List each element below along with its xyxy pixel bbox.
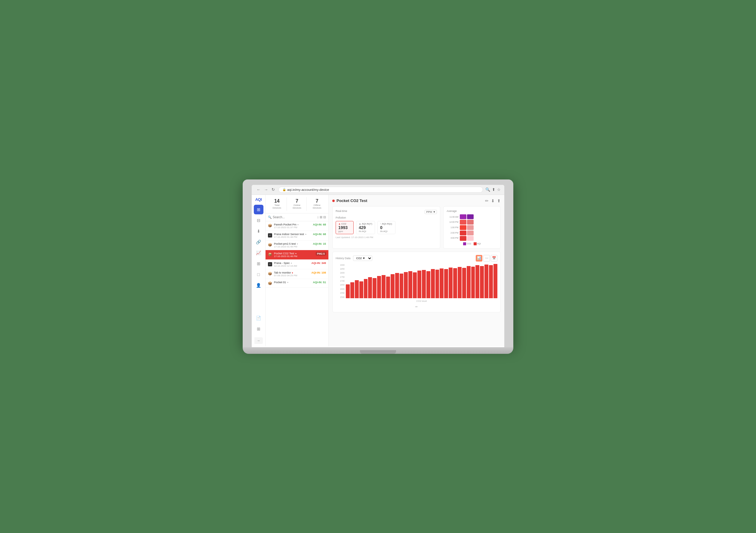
device-aqi-2: AQI-IN: 68 <box>313 233 326 236</box>
edit-icon[interactable]: ✏ <box>485 199 489 203</box>
device-status-dot <box>332 200 335 202</box>
bar-chart-btn[interactable]: 📊 <box>476 255 482 261</box>
legend-co2: CO2 <box>463 242 471 245</box>
aqi-y-label: ▲ AQI-IN(Y) <box>359 223 372 225</box>
device-name-6: Tab tv monitor ● <box>274 271 310 274</box>
sidebar-item-chart[interactable]: 📈 <box>254 248 263 258</box>
bar-20 <box>435 270 439 298</box>
device-item-1[interactable]: 📦 Paresh Pocket Pm ✦ 17-10-2023 01:37 PM… <box>265 221 328 231</box>
chart-edit-icon[interactable]: ✏ <box>336 304 498 309</box>
bar-chart-container: 1900 1850 1800 1750 1700 1650 1600 1550 … <box>336 264 498 303</box>
aqi-y-metric: ▲ AQI-IN(Y) 429 IN-AQI <box>356 221 375 234</box>
legend-aqi-color <box>473 242 477 245</box>
heatmap-cell-8 <box>467 230 473 235</box>
co2-dropdown[interactable]: CO2 ▼ <box>353 255 372 261</box>
bar-16 <box>418 271 421 298</box>
realtime-card: Real-time PPM ▼ Pollution ▲ CO2 <box>332 206 440 249</box>
view-icon[interactable]: ⊟ <box>323 215 326 219</box>
device-icon-1: 📦 <box>268 224 272 228</box>
bar-17 <box>422 270 426 298</box>
device-item-6[interactable]: 📦 Tab tv monitor ● 07-08-2023 04:25 PM A… <box>265 269 328 279</box>
average-card: Average 11:00 AM 12:00 PM 1:00 PM 2:00 P… <box>443 206 501 249</box>
time-label-3: 1:00 PM <box>446 227 459 228</box>
search-icon[interactable]: 🔍 <box>485 187 490 192</box>
device-aqi-5: AQI-IN: 349 <box>311 261 326 265</box>
device-item-5[interactable]: ▪ Prana - Spec ✦ 12-10-2023 12:18 AM AQI… <box>265 260 328 269</box>
sidebar-item-person[interactable]: 👤 <box>254 280 263 290</box>
heatmap-cell-2 <box>467 214 473 219</box>
app-layout: AQI ⊞ ⊟ ⬇ 🔗 📈 ⊞ □ 👤 📄 ⊞ → <box>252 195 504 346</box>
device-date-6: 07-08-2023 04:25 PM <box>274 274 310 277</box>
pencil-icon: ✏ <box>415 305 418 308</box>
sidebar-expand-arrow[interactable]: → <box>255 337 263 344</box>
sidebar-item-list[interactable]: ⊟ <box>254 216 263 225</box>
legend-aqi-label: AQI <box>477 243 481 245</box>
legend-co2-label: CO2 <box>467 243 471 245</box>
sidebar-item-download[interactable]: ⬇ <box>254 227 263 236</box>
co2-label: ▲ CO2 <box>338 223 351 225</box>
forward-button[interactable]: → <box>263 187 269 192</box>
sidebar-item-link[interactable]: 🔗 <box>254 237 263 247</box>
device-icon-7: 📦 <box>268 281 272 285</box>
aqi-x-unit: IN-AQI <box>380 230 393 233</box>
bar-15 <box>413 272 417 298</box>
heatmap-cell-3 <box>460 220 467 225</box>
time-label-4: 2:00 PM <box>446 232 459 234</box>
device-aqi-3: AQI-IN: 15 <box>313 242 326 245</box>
share-icon[interactable]: ⬆ <box>497 199 501 203</box>
device-date-2: 17-10-2023 01:48 PM <box>274 236 311 238</box>
aqi-y-value: 429 <box>359 225 372 230</box>
bar-5 <box>368 277 372 298</box>
bar-8 <box>382 275 386 298</box>
bar-23 <box>449 268 452 298</box>
sidebar-item-device[interactable]: □ <box>254 270 263 279</box>
online-devices-stat: 7 OnlineDevices <box>287 197 307 211</box>
reload-button[interactable]: ↻ <box>270 187 276 192</box>
y-label-4: 1750 <box>336 276 345 278</box>
history-header: History Data CO2 ▼ 📊 〰 📅 <box>336 255 498 261</box>
search-input[interactable] <box>273 216 316 219</box>
aqi-x-value: 0 <box>380 225 393 230</box>
time-label-5: 3:00 PM <box>446 237 459 239</box>
address-bar[interactable]: 🔒 aqi.in/my-account/my-device <box>279 187 483 193</box>
bar-0 <box>346 284 350 298</box>
device-item-2[interactable]: ▪ Prana Indoor Sensor test ✦ 17-10-2023 … <box>265 231 328 241</box>
bar-10 <box>391 274 394 298</box>
download-icon[interactable]: ⬇ <box>491 199 495 203</box>
sidebar-logo: AQI <box>255 197 262 202</box>
bar-11 <box>395 273 399 298</box>
co2-metric: ▲ CO2 1993 ppm <box>336 221 354 234</box>
sidebar-item-settings[interactable]: ⊞ <box>254 324 263 334</box>
sidebar-item-report[interactable]: 📄 <box>254 313 263 323</box>
y-label-1: 1900 <box>336 264 345 266</box>
device-item-7[interactable]: 📦 Pocket 01 ✦ AQI-IN: 51 <box>265 279 328 288</box>
device-item-4[interactable]: 📦 Pocket CO2 Test ✦ 17-10-2023 01:48 PM … <box>265 250 328 260</box>
bar-30 <box>480 266 484 298</box>
sidebar-item-grid[interactable]: ⊞ <box>254 205 263 214</box>
realtime-label: Real-time <box>336 209 347 213</box>
heatmap-cell-1 <box>460 214 467 219</box>
browser-actions: 🔍 ⬆ ☆ <box>485 187 501 192</box>
ppm-selector[interactable]: PPM ▼ <box>425 210 437 214</box>
filter-icon[interactable]: ⊞ <box>320 215 322 219</box>
sidebar-item-alert[interactable]: ⊞ <box>254 259 263 268</box>
bar-21 <box>440 268 444 298</box>
line-chart-btn[interactable]: 〰 <box>483 255 490 261</box>
device-aqi-4: PM2.5 <box>316 252 326 255</box>
share-icon[interactable]: ⬆ <box>492 187 495 192</box>
sort-icon[interactable]: ↕ <box>317 215 319 219</box>
average-label: Average <box>446 209 498 213</box>
bar-32 <box>489 265 493 298</box>
total-devices-number: 14 <box>268 199 286 204</box>
device-name-2: Prana Indoor Sensor test ✦ <box>274 233 311 236</box>
device-list: 📦 Paresh Pocket Pm ✦ 17-10-2023 01:37 PM… <box>265 221 328 346</box>
bookmark-icon[interactable]: ☆ <box>497 187 501 192</box>
device-name-3: Pocket-pm2.5 test ✦ <box>274 242 311 245</box>
device-item-3[interactable]: 📦 Pocket-pm2.5 test ✦ 17-10-2023 01:48 P… <box>265 241 328 250</box>
y-label-8: 1550 <box>336 292 345 294</box>
back-button[interactable]: ← <box>255 187 262 192</box>
device-icon-5: ▪ <box>268 262 272 266</box>
calendar-btn[interactable]: 📅 <box>491 255 498 261</box>
browser-chrome: ← → ↻ 🔒 aqi.in/my-account/my-device 🔍 ⬆ … <box>252 185 504 195</box>
heatmap-container: 11:00 AM 12:00 PM 1:00 PM 2:00 PM 3:00 P… <box>446 214 498 241</box>
